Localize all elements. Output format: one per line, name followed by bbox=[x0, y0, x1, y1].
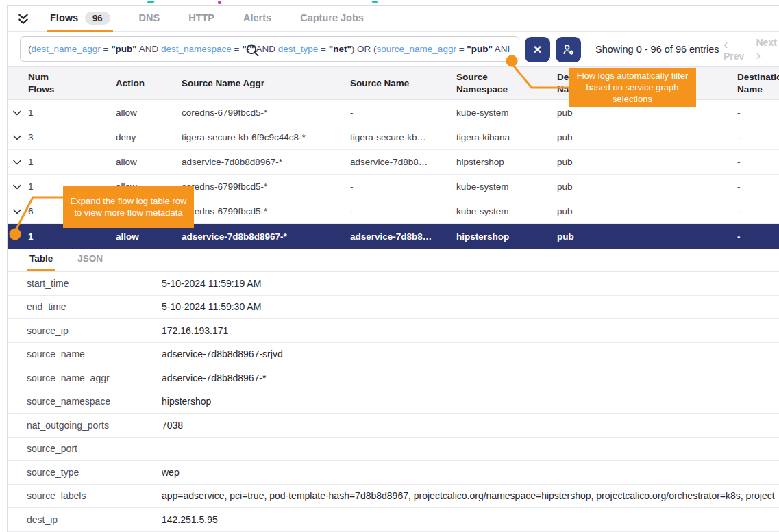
query-segment: dest_type bbox=[278, 44, 319, 54]
detail-value: wep bbox=[162, 467, 779, 478]
expand-row-chevron-icon[interactable] bbox=[13, 135, 28, 140]
detail-row: nat_outgoing_ports7038 bbox=[8, 414, 779, 438]
detail-key: source_namespace bbox=[27, 396, 162, 407]
tab-http[interactable]: HTTP bbox=[186, 6, 217, 32]
service-graph-cutoff-strip bbox=[0, 0, 779, 5]
tab-dns[interactable]: DNS bbox=[136, 6, 163, 32]
prev-button[interactable]: ‹ Prev bbox=[724, 37, 747, 62]
detail-value: app=adservice, pci=true, pod-template-ha… bbox=[162, 490, 779, 501]
detail-row: source_typewep bbox=[8, 461, 779, 485]
detail-value: hipstershop bbox=[162, 396, 779, 407]
column-header-source-name-aggr[interactable]: Source Name Aggr bbox=[182, 77, 350, 90]
detail-value: 7038 bbox=[162, 420, 779, 431]
query-segment: dest_namespace bbox=[161, 44, 232, 54]
cell-destination-name: - bbox=[737, 231, 779, 242]
cell-num-flows: 3 bbox=[28, 132, 116, 142]
cell-action: allow bbox=[116, 157, 182, 167]
tab-flows-label: Flows bbox=[50, 12, 78, 23]
query-segment: = bbox=[232, 44, 242, 54]
filter-query: (dest_name_aggr = "pub" AND dest_namespa… bbox=[28, 44, 510, 54]
tab-flows[interactable]: Flows 96 bbox=[47, 6, 113, 32]
column-header-source-namespace[interactable]: Source Namespace bbox=[456, 71, 519, 95]
detail-row: end_time5-10-2024 11:59:30 AM bbox=[8, 296, 779, 320]
cell-source-namespace: hipstershop bbox=[456, 231, 557, 242]
filter-query-input[interactable]: (dest_name_aggr = "pub" AND dest_namespa… bbox=[20, 36, 519, 62]
cell-source-name-aggr: coredns-6799fbcd5-* bbox=[182, 206, 350, 216]
callout-flow-logs-filter: Flow logs automatically filter based on … bbox=[569, 68, 696, 107]
cell-action: allow bbox=[116, 231, 182, 242]
cell-dest-name-aggr: pub bbox=[557, 132, 737, 142]
detail-value: 5-10-2024 11:59:30 AM bbox=[162, 301, 779, 312]
detail-key: source_ip bbox=[27, 325, 162, 336]
detail-key: nat_outgoing_ports bbox=[27, 420, 162, 431]
detail-key: source_name_aggr bbox=[27, 372, 162, 383]
collapse-panel-double-chevron-icon[interactable] bbox=[17, 13, 29, 25]
flows-count-badge: 96 bbox=[85, 12, 110, 25]
cell-source-name-aggr: tigera-secure-kb-6f9c9c44c8-* bbox=[182, 132, 350, 142]
column-header-num-flows[interactable]: Num Flows bbox=[28, 71, 60, 95]
expand-row-chevron-icon[interactable] bbox=[13, 234, 28, 240]
tab-alerts[interactable]: Alerts bbox=[240, 6, 274, 32]
cell-num-flows: 1 bbox=[28, 231, 116, 242]
detail-tab-json[interactable]: JSON bbox=[75, 253, 106, 271]
query-segment: ANI bbox=[493, 44, 510, 54]
user-gear-icon bbox=[561, 42, 576, 57]
expand-row-chevron-icon[interactable] bbox=[13, 184, 28, 190]
expand-row-chevron-icon[interactable] bbox=[13, 160, 28, 165]
query-segment: "pub" bbox=[467, 44, 493, 54]
flow-logs-tabbar: Flows 96 DNS HTTP Alerts Capture Jobs bbox=[8, 6, 779, 32]
cell-source-name: tigera-secure-kb… bbox=[350, 132, 456, 142]
cell-source-name: - bbox=[350, 206, 456, 216]
cell-source-namespace: kube-system bbox=[456, 107, 557, 118]
cell-source-namespace: kube-system bbox=[456, 206, 557, 216]
flow-table-row[interactable]: 3denytigera-secure-kb-6f9c9c44c8-*tigera… bbox=[8, 125, 779, 150]
detail-key: source_name bbox=[27, 349, 162, 359]
cell-source-name: adservice-7d8b8… bbox=[350, 157, 456, 167]
query-segment: "net" bbox=[329, 44, 351, 54]
showing-entries-text: Showing 0 - 96 of 96 entries bbox=[595, 36, 719, 62]
expand-row-chevron-icon[interactable] bbox=[13, 110, 28, 116]
detail-key: start_time bbox=[27, 278, 162, 289]
tab-alerts-label: Alerts bbox=[243, 12, 271, 23]
user-settings-button[interactable] bbox=[556, 37, 581, 62]
cell-dest-name-aggr: pub bbox=[557, 157, 737, 167]
detail-row: source_labelsapp=adservice, pci=true, po… bbox=[8, 485, 779, 509]
cell-num-flows: 1 bbox=[28, 107, 116, 118]
clear-filter-button[interactable]: ✕ bbox=[525, 37, 550, 62]
cell-source-name: - bbox=[350, 107, 456, 118]
detail-key: dest_ip bbox=[27, 514, 162, 525]
detail-value: adservice-7d8b8d8967-srjvd bbox=[162, 349, 779, 359]
cell-action: allow bbox=[116, 107, 182, 118]
cell-destination-name: - bbox=[737, 107, 779, 118]
column-header-action[interactable]: Action bbox=[116, 77, 182, 90]
graph-edge-fragment bbox=[218, 1, 221, 4]
tab-capture-jobs[interactable]: Capture Jobs bbox=[297, 6, 367, 32]
query-segment: dest_name_aggr bbox=[32, 44, 101, 54]
detail-row: start_time5-10-2024 11:59:19 AM bbox=[8, 272, 779, 296]
close-icon: ✕ bbox=[533, 43, 542, 56]
detail-key: source_port bbox=[27, 443, 162, 454]
cell-source-namespace: hipstershop bbox=[456, 157, 557, 167]
query-segment: AND bbox=[137, 44, 161, 54]
query-segment: ) OR ( bbox=[351, 44, 377, 54]
flow-detail-table: start_time5-10-2024 11:59:19 AMend_time5… bbox=[8, 272, 779, 532]
query-segment: source_name_aggr bbox=[377, 44, 456, 54]
column-header-source-name[interactable]: Source Name bbox=[350, 77, 456, 90]
detail-tab-table[interactable]: Table bbox=[27, 253, 55, 271]
detail-value: 142.251.5.95 bbox=[162, 514, 779, 525]
detail-row: source_namespacehipstershop bbox=[8, 390, 779, 414]
cell-source-namespace: kube-system bbox=[456, 181, 557, 192]
flow-table-row[interactable]: 1allowadservice-7d8b8d8967-*adservice-7d… bbox=[8, 150, 779, 175]
cell-dest-name-aggr: pub bbox=[557, 206, 737, 216]
column-header-destination-name[interactable]: Destination Name bbox=[737, 71, 779, 95]
detail-key: end_time bbox=[27, 301, 162, 312]
pagination: ‹ Prev Next › bbox=[724, 36, 779, 62]
cell-destination-name: - bbox=[737, 157, 779, 167]
expand-row-chevron-icon[interactable] bbox=[13, 209, 28, 214]
search-icon[interactable] bbox=[245, 43, 260, 60]
cell-num-flows: 1 bbox=[28, 157, 116, 167]
detail-row: source_name_aggradservice-7d8b8d8967-* bbox=[8, 366, 779, 390]
next-button[interactable]: Next › bbox=[756, 37, 779, 62]
query-segment: = bbox=[318, 44, 328, 54]
detail-key: source_type bbox=[27, 467, 162, 478]
